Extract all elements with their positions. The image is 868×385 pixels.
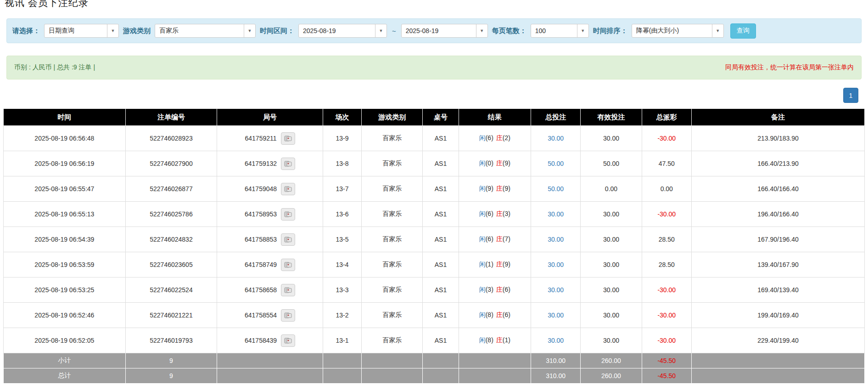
round-detail-button[interactable] [281,309,295,322]
total-valid-bet: 260.00 [581,368,642,384]
total-bet-link[interactable]: 30.00 [548,236,564,243]
total-bet-link[interactable]: 50.00 [548,185,564,192]
banker-result-value: (3) [503,210,510,217]
cell-session: 13-6 [323,202,361,227]
total-bet-link[interactable]: 30.00 [548,135,564,142]
total-total-bet: 310.00 [531,368,581,384]
total-empty-session [323,368,361,384]
cell-round-id: 641759048 [217,176,323,202]
page-button-1[interactable]: 1 [843,88,858,103]
banker-result-value: (7) [503,235,510,243]
game-type-label: 游戏类别 [123,27,151,35]
cell-bet-id: 522746022524 [125,277,217,303]
player-result-value: (8) [486,336,493,344]
date-range-label: 时间区间： [260,27,294,35]
date-from-select[interactable]: 2025-08-19 ▼ [298,24,387,38]
round-id-text: 641759132 [245,160,277,167]
header-payout: 总派彩 [642,109,691,126]
cell-total-bet: 30.00 [531,277,581,303]
sort-select[interactable]: 降幂(由大到小) ▼ [632,24,724,38]
cell-bet-id: 522746026877 [125,176,217,202]
cell-payout: -30.00 [642,277,691,303]
pagination: 1 [0,88,858,103]
total-bet-link[interactable]: 30.00 [548,261,564,268]
cell-bet-id: 522746023605 [125,252,217,277]
round-detail-button[interactable] [281,259,295,271]
header-remark: 备注 [691,109,864,126]
cell-payout: 28.50 [642,227,691,252]
cell-session: 13-2 [323,303,361,328]
round-detail-button[interactable] [281,334,295,347]
date-to-select[interactable]: 2025-08-19 ▼ [401,24,488,38]
cell-result: 闲(1)庄(9) [459,252,531,277]
chevron-down-icon: ▼ [107,24,118,37]
header-total-bet: 总投注 [531,109,581,126]
page-size-select[interactable]: 100 ▼ [531,24,589,38]
cell-game-type: 百家乐 [362,176,423,202]
cell-total-bet: 30.00 [531,303,581,328]
cell-time: 2025-08-19 06:53:59 [4,252,126,277]
round-detail-button[interactable] [281,132,295,145]
cell-result: 闲(0)庄(9) [459,151,531,176]
round-detail-button[interactable] [281,233,295,246]
cell-remark: 196.40/166.40 [691,202,864,227]
subtotal-count: 9 [125,353,217,368]
header-bet-id: 注单编号 [125,109,217,126]
card-image-icon [284,211,292,217]
cell-game-type: 百家乐 [362,126,423,151]
total-bet-link[interactable]: 30.00 [548,286,564,294]
round-detail-button[interactable] [281,183,295,195]
cell-remark: 199.40/169.40 [691,303,864,328]
game-type-select[interactable]: 百家乐 ▼ [155,24,256,38]
table-row: 2025-08-19 06:55:13 522746025786 6417589… [4,202,865,227]
cell-session: 13-3 [323,277,361,303]
cell-result: 闲(8)庄(1) [459,328,531,353]
query-type-select[interactable]: 日期查询 ▼ [44,24,119,38]
card-image-icon [284,262,292,268]
total-bet-link[interactable]: 30.00 [548,210,564,218]
total-bet-link[interactable]: 30.00 [548,311,564,319]
cell-round-id: 641758953 [217,202,323,227]
player-result-value: (9) [486,185,493,192]
chevron-down-icon: ▼ [375,24,386,37]
table-row: 2025-08-19 06:52:46 522746021221 6417585… [4,303,865,328]
round-detail-button[interactable] [281,208,295,221]
player-result-value: (6) [486,210,493,217]
total-empty-result [459,368,531,384]
header-session: 场次 [323,109,361,126]
round-detail-button[interactable] [281,284,295,296]
header-time: 时间 [4,109,126,126]
table-row: 2025-08-19 06:56:19 522746027900 6417591… [4,151,865,176]
cell-result: 闲(6)庄(3) [459,202,531,227]
card-image-icon [284,186,292,192]
card-image-icon [284,312,292,318]
header-round-id: 局号 [217,109,323,126]
game-type-value: 百家乐 [155,27,244,35]
cell-remark: 167.90/196.40 [691,227,864,252]
player-result-value: (6) [486,134,493,142]
cell-valid-bet: 30.00 [581,303,642,328]
banker-result-label: 庄 [496,311,503,318]
banker-result-value: (9) [503,159,510,167]
cell-game-type: 百家乐 [362,151,423,176]
cell-result: 闲(6)庄(2) [459,126,531,151]
player-result-label: 闲 [479,286,486,293]
banker-result-label: 庄 [496,210,503,217]
total-bet-link[interactable]: 50.00 [548,160,564,167]
search-button[interactable]: 查询 [730,23,756,39]
header-result: 结果 [459,109,531,126]
cell-result: 闲(8)庄(6) [459,303,531,328]
cell-time: 2025-08-19 06:53:25 [4,277,126,303]
cell-valid-bet: 30.00 [581,277,642,303]
cell-valid-bet: 30.00 [581,328,642,353]
round-id-text: 641758554 [245,311,277,319]
date-to-value: 2025-08-19 [402,27,476,34]
cell-payout: -30.00 [642,126,691,151]
cell-table-no: AS1 [423,176,459,202]
round-detail-button[interactable] [281,158,295,170]
subtotal-label: 小计 [4,353,126,368]
cell-total-bet: 50.00 [531,151,581,176]
total-row: 总计 9 310.00 260.00 -45.50 [4,368,865,384]
table-row: 2025-08-19 06:53:59 522746023605 6417587… [4,252,865,277]
total-bet-link[interactable]: 30.00 [548,337,564,344]
